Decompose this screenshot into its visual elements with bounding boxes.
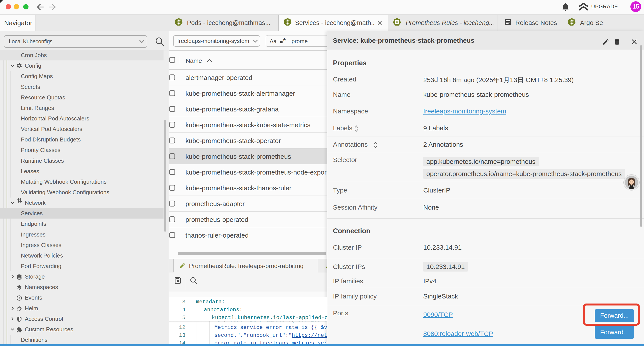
svg-text:*: * [283, 38, 286, 45]
